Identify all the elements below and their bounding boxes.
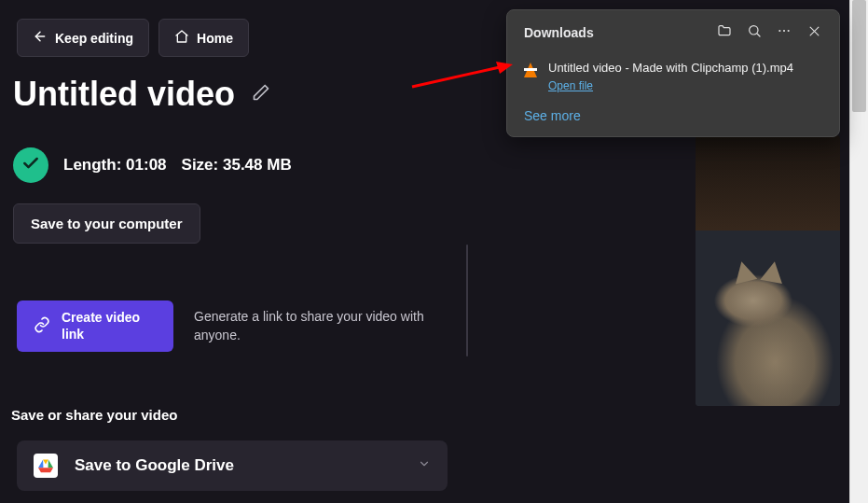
more-icon xyxy=(777,23,792,42)
create-link-description: Generate a link to share your video with… xyxy=(194,308,436,344)
close-icon xyxy=(807,24,821,42)
pencil-icon xyxy=(252,83,270,105)
title-row: Untitled video xyxy=(13,75,274,114)
status-badge xyxy=(13,147,48,183)
create-video-link-button[interactable]: Create video link xyxy=(17,300,173,352)
downloads-close-button[interactable] xyxy=(800,20,828,46)
length-text: Length: 01:08 xyxy=(63,156,167,175)
size-value: 35.48 MB xyxy=(223,156,292,174)
svg-point-10 xyxy=(788,30,790,32)
open-file-link[interactable]: Open file xyxy=(548,79,593,92)
downloads-folder-button[interactable] xyxy=(710,20,738,46)
save-to-google-drive-row[interactable]: Save to Google Drive xyxy=(17,440,448,491)
download-filename: Untitled video - Made with Clipchamp (1)… xyxy=(548,61,793,77)
downloads-panel: Downloads xyxy=(506,9,840,137)
chevron-down-icon xyxy=(418,457,431,474)
size-label: Size: xyxy=(182,156,219,174)
length-value: 01:08 xyxy=(126,156,166,174)
svg-point-8 xyxy=(778,30,780,32)
folder-icon xyxy=(717,23,732,42)
downloads-actions xyxy=(710,20,828,46)
share-heading: Save or share your video xyxy=(11,407,177,423)
status-row: Length: 01:08 Size: 35.48 MB xyxy=(13,147,292,183)
video-preview-thumbnail xyxy=(696,135,840,406)
project-title: Untitled video xyxy=(13,75,235,114)
downloads-search-button[interactable] xyxy=(740,20,768,46)
home-icon xyxy=(174,29,189,47)
google-drive-icon xyxy=(34,454,58,478)
svg-marker-5 xyxy=(38,468,53,472)
scrollbar-track[interactable] xyxy=(849,0,868,503)
search-icon xyxy=(747,23,762,42)
downloads-header: Downloads xyxy=(507,10,839,53)
svg-line-7 xyxy=(757,34,760,36)
size-text: Size: 35.48 MB xyxy=(182,156,292,175)
length-label: Length: xyxy=(63,156,121,174)
create-link-row: Create video link Generate a link to sha… xyxy=(17,300,455,352)
home-button[interactable]: Home xyxy=(158,19,249,57)
keep-editing-button[interactable]: Keep editing xyxy=(17,19,149,57)
scrollbar-thumb[interactable] xyxy=(852,0,866,112)
svg-marker-2 xyxy=(43,459,48,464)
vertical-divider xyxy=(466,245,468,356)
download-item[interactable]: Untitled video - Made with Clipchamp (1)… xyxy=(507,53,839,101)
check-icon xyxy=(21,154,40,176)
top-button-row: Keep editing Home xyxy=(17,19,249,57)
svg-marker-4 xyxy=(38,459,43,468)
downloads-more-button[interactable] xyxy=(770,20,798,46)
vlc-icon xyxy=(524,63,537,77)
save-to-computer-button[interactable]: Save to your computer xyxy=(13,203,200,244)
create-link-label: Create video link xyxy=(62,310,157,342)
edit-title-button[interactable] xyxy=(248,81,274,107)
downloads-title: Downloads xyxy=(524,25,710,40)
preview-image xyxy=(696,231,840,407)
link-icon xyxy=(34,316,50,336)
see-more-link[interactable]: See more xyxy=(507,101,839,136)
download-item-meta: Untitled video - Made with Clipchamp (1)… xyxy=(548,61,793,93)
arrow-left-icon xyxy=(33,29,48,47)
home-label: Home xyxy=(197,31,233,46)
drive-label: Save to Google Drive xyxy=(75,456,234,475)
svg-point-9 xyxy=(783,30,785,32)
svg-marker-3 xyxy=(48,459,53,468)
keep-editing-label: Keep editing xyxy=(55,31,133,46)
